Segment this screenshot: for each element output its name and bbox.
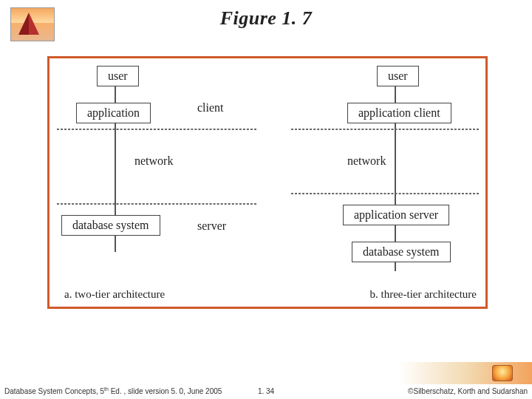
footer-left: Database System Concepts, 5th Ed. , slid… xyxy=(4,386,222,395)
two-tier-panel: user application database system client … xyxy=(50,58,267,307)
slide-number: 1. 34 xyxy=(258,387,274,395)
architecture-figure: user application database system client … xyxy=(47,56,488,309)
footer-bar: Database System Concepts, 5th Ed. , slid… xyxy=(0,381,532,399)
copyright: ©Silberschatz, Korth and Sudarshan xyxy=(408,387,528,395)
sunset-icon xyxy=(492,365,513,381)
side-label-client: client xyxy=(197,101,224,115)
node-user: user xyxy=(377,66,419,86)
node-label: database system xyxy=(363,245,440,258)
slide-title: Figure 1. 7 xyxy=(0,0,532,30)
node-application: application xyxy=(76,103,151,123)
node-app-client: application client xyxy=(347,103,451,123)
node-database-system: database system xyxy=(352,242,451,262)
node-label: user xyxy=(108,69,128,82)
sailboat-logo-icon xyxy=(10,7,55,41)
side-label-server: server xyxy=(197,219,226,233)
side-label-network: network xyxy=(347,154,386,168)
footer-text: Database System Concepts, 5 xyxy=(4,387,104,395)
node-label: application client xyxy=(358,106,440,119)
tier-divider xyxy=(57,129,256,130)
three-tier-panel: user application client application serv… xyxy=(267,58,485,307)
side-label-network: network xyxy=(134,154,173,168)
node-database-system: database system xyxy=(61,215,160,236)
node-label: user xyxy=(388,69,408,82)
node-label: database system xyxy=(72,219,149,231)
node-app-server: application server xyxy=(343,205,449,225)
tier-divider xyxy=(57,203,256,205)
panel-caption-b: b. three-tier architecture xyxy=(370,288,477,301)
tier-divider xyxy=(291,129,479,130)
footer-text: Ed. , slide version 5. 0, June 2005 xyxy=(109,387,222,395)
panel-caption-a: a. two-tier architecture xyxy=(64,288,165,301)
tier-divider xyxy=(291,193,479,194)
node-user: user xyxy=(97,66,139,86)
node-label: application server xyxy=(354,208,438,221)
slide: Figure 1. 7 user application database sy… xyxy=(0,0,532,399)
node-label: application xyxy=(87,106,140,119)
